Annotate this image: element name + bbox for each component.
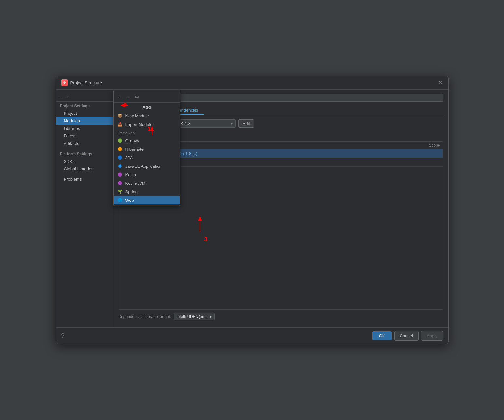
dropdown-hibernate[interactable]: 🟠 Hibernate [114,145,180,153]
sidebar-item-global-libraries[interactable]: Global Libraries [56,165,113,173]
project-settings-label: Project Settings [56,102,113,110]
web-icon: 🌐 [118,198,123,203]
sidebar-item-project[interactable]: Project [56,110,113,117]
project-structure-dialog: ⚙ Project Structure ✕ ← → Project Settin… [56,76,449,344]
copy-button[interactable]: ⧉ [133,93,140,100]
dropdown-new-module[interactable]: 📦 New Module [114,112,180,120]
sidebar-item-sdks[interactable]: SDKs [56,158,113,165]
kotlin-icon: 🟣 [118,172,123,177]
sidebar-item-artifacts[interactable]: Artifacts [56,140,113,147]
storage-label: Dependencies storage format: [119,314,171,319]
title-bar: ⚙ Project Structure ✕ [56,76,448,90]
dropdown-spring[interactable]: 🌱 Spring [114,187,180,196]
deps-column-scope: Scope [414,143,440,148]
nav-forward[interactable]: → [65,94,70,99]
jpa-icon: 🔵 [118,155,123,160]
app-icon: ⚙ [61,79,68,86]
title-bar-left: ⚙ Project Structure [61,79,102,86]
add-dropdown-panel: + − ⧉ Add 📦 New Module 📥 Import Module F… [113,90,180,206]
dropdown-javaee[interactable]: 🔷 JavaEE Application [114,162,180,170]
groovy-icon: 🟢 [118,138,123,143]
sidebar-item-problems[interactable]: Problems [56,175,113,183]
remove-button[interactable]: − [125,93,132,100]
dropdown-toolbar: + − ⧉ [114,91,180,103]
dropdown-kotlin[interactable]: 🟣 Kotlin [114,170,180,179]
nav-arrows: ← → [56,92,113,102]
apply-button[interactable]: Apply [421,331,443,341]
storage-format-row: Dependencies storage format: IntelliJ ID… [119,309,443,324]
dropdown-groovy[interactable]: 🟢 Groovy [114,136,180,145]
close-button[interactable]: ✕ [439,80,443,85]
add-button[interactable]: + [116,93,123,100]
dropdown-web[interactable]: 🌐 Web [114,196,180,204]
dropdown-import-module[interactable]: 📥 Import Module [114,120,180,129]
name-input[interactable] [136,94,443,102]
add-dropdown-title: Add [114,103,180,112]
kotlin-jvm-icon: 🟣 [118,181,123,186]
dialog-footer: ? OK Cancel Apply [56,327,448,344]
sidebar-divider2 [56,173,113,175]
sidebar-item-facets[interactable]: Facets [56,132,113,140]
dropdown-kotlin-jvm[interactable]: 🟣 Kotlin/JVM [114,179,180,187]
dialog-title: Project Structure [70,80,102,85]
sidebar-item-modules[interactable]: Modules [56,117,113,125]
javaee-icon: 🔷 [118,164,123,169]
sidebar: ← → Project Settings Project Modules Lib… [56,90,113,327]
help-button[interactable]: ? [61,332,65,339]
spring-icon: 🌱 [118,189,123,194]
edit-button[interactable]: Edit [238,119,254,128]
platform-settings-label: Platform Settings [56,150,113,158]
hibernate-icon: 🟠 [118,147,123,152]
sdk-dropdown-arrow: ▾ [231,121,233,126]
cancel-button[interactable]: Cancel [394,331,419,341]
dialog-body: ← → Project Settings Project Modules Lib… [56,90,448,327]
sidebar-divider [56,147,113,150]
main-content: + − ⧉ Add 📦 New Module 📥 Import Module F… [113,90,448,327]
framework-section-label: Framework [114,129,180,136]
storage-dropdown-arrow: ▾ [210,314,212,319]
storage-dropdown[interactable]: IntelliJ IDEA (.iml) ▾ [174,313,215,320]
ok-button[interactable]: OK [372,331,392,340]
sidebar-item-libraries[interactable]: Libraries [56,125,113,132]
dropdown-jpa[interactable]: 🔵 JPA [114,153,180,162]
nav-back[interactable]: ← [59,94,63,99]
new-module-icon: 📦 [118,113,123,118]
import-module-icon: 📥 [118,122,123,127]
